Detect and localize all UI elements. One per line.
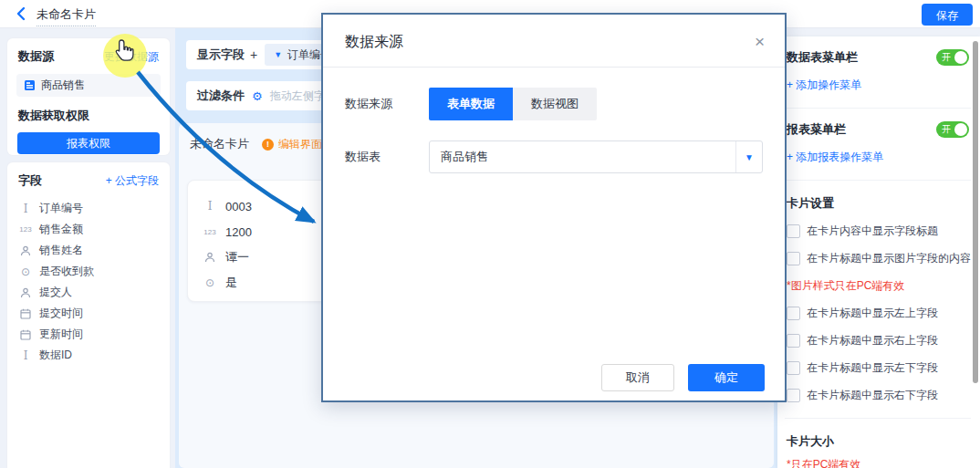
person-icon <box>203 252 217 263</box>
field-row[interactable]: ⊙ 是否收到款 <box>18 261 159 282</box>
toggle-knob <box>954 51 967 64</box>
card-size-title: 卡片大小 <box>787 433 969 450</box>
field-row[interactable]: 提交人 <box>18 282 159 303</box>
checkbox-row[interactable]: 在卡片内容中显示字段标题 <box>787 224 969 239</box>
cancel-button[interactable]: 取消 <box>601 364 674 391</box>
add-report-action-link[interactable]: + 添加报表操作菜单 <box>787 150 969 165</box>
card-size-note: *只在PC端有效 <box>787 457 969 468</box>
radio-icon: ⊙ <box>18 265 33 278</box>
number-icon: 123 <box>203 228 217 236</box>
divider <box>323 67 785 68</box>
table-menu-toggle[interactable]: 开 <box>936 49 969 66</box>
source-tabs: 表单数据 数据视图 <box>429 88 597 120</box>
form-icon <box>24 79 36 91</box>
checkbox-icon <box>787 334 800 348</box>
add-action-menu-link[interactable]: + 添加操作菜单 <box>787 78 969 93</box>
field-row[interactable]: 提交时间 <box>18 303 159 324</box>
checkbox-icon <box>787 224 800 238</box>
field-row[interactable]: 更新时间 <box>18 324 159 345</box>
checkbox-icon <box>787 389 800 402</box>
caret-down-icon: ▼ <box>274 50 282 59</box>
field-list: I 订单编号 123 销售金额 销售姓名 ⊙ 是否收到款 提交人 提交时间 <box>7 194 170 369</box>
scrollbar-thumb[interactable] <box>973 41 978 383</box>
card-canvas-title: 未命名卡片 <box>190 136 249 152</box>
report-menu-title: 报表菜单栏 <box>787 121 846 138</box>
person-icon <box>18 245 33 256</box>
confirm-button[interactable]: 确定 <box>688 364 765 391</box>
app-window: 未命名卡片 保存 数据源 更换数据源 商品销售 数据获取权限 报表权限 字段 +… <box>0 0 980 468</box>
modal-title: 数据来源 <box>323 15 785 52</box>
radio-icon: ⊙ <box>203 276 217 289</box>
gear-icon[interactable]: ⚙ <box>252 89 263 103</box>
chevron-left-icon <box>15 6 27 21</box>
tab-form-data[interactable]: 表单数据 <box>429 88 513 120</box>
datasource-modal: 数据来源 × 数据来源 表单数据 数据视图 数据表 商品销售 ▼ 取消 确定 <box>321 13 787 402</box>
report-permission-button[interactable]: 报表权限 <box>17 132 160 154</box>
field-row[interactable]: I 订单编号 <box>18 198 159 219</box>
field-row[interactable]: I 数据ID <box>18 345 159 366</box>
divider <box>785 108 971 109</box>
checkbox-row[interactable]: 在卡片标题中显示右下字段 <box>787 388 969 403</box>
number-icon: 123 <box>18 225 33 234</box>
datasource-item-label: 商品销售 <box>41 78 85 93</box>
person-icon <box>18 287 33 298</box>
table-select[interactable]: 商品销售 ▼ <box>429 140 763 173</box>
datasource-panel: 数据源 更换数据源 商品销售 数据获取权限 报表权限 <box>7 38 170 155</box>
tab-data-view[interactable]: 数据视图 <box>513 88 597 120</box>
checkbox-icon <box>787 361 800 375</box>
change-datasource-link[interactable]: 更换数据源 <box>104 49 159 65</box>
save-button[interactable]: 保存 <box>922 4 973 26</box>
divider <box>785 180 971 181</box>
toggle-knob <box>954 123 967 136</box>
page-title[interactable]: 未命名卡片 <box>36 6 96 26</box>
source-label: 数据来源 <box>345 96 429 112</box>
field-row[interactable]: 123 销售金额 <box>18 219 159 240</box>
warning-icon: ! <box>262 139 274 151</box>
checkbox-row[interactable]: 在卡片标题中显示右上字段 <box>787 333 969 348</box>
calendar-icon <box>18 308 33 319</box>
display-fields-label: 显示字段 <box>197 47 245 63</box>
datasource-title: 数据源 <box>18 48 54 65</box>
checkbox-row[interactable]: 在卡片标题中显示左下字段 <box>787 360 969 376</box>
permission-title: 数据获取权限 <box>7 97 170 124</box>
back-button[interactable] <box>15 6 27 21</box>
calendar-icon <box>18 329 33 340</box>
formula-field-link[interactable]: + 公式字段 <box>106 173 159 189</box>
report-menu-toggle[interactable]: 开 <box>936 121 969 138</box>
add-field-button[interactable]: + <box>250 47 257 62</box>
image-style-note: *图片样式只在PC端有效 <box>787 278 969 294</box>
table-menu-title: 数据表菜单栏 <box>787 49 858 66</box>
filter-label: 过滤条件 <box>197 88 245 104</box>
settings-panel: 数据表菜单栏 开 + 添加操作菜单 报表菜单栏 开 + 添加报表操作菜单 卡片设… <box>777 36 980 468</box>
checkbox-icon <box>787 307 800 320</box>
checkbox-row[interactable]: 在卡片标题中显示图片字段的内容 <box>787 251 969 266</box>
close-icon[interactable]: × <box>755 33 765 50</box>
card-settings-title: 卡片设置 <box>787 195 969 212</box>
fields-title: 字段 <box>18 172 42 189</box>
checkbox-icon <box>787 252 800 265</box>
checkbox-row[interactable]: 在卡片标题中显示左上字段 <box>787 306 969 321</box>
text-icon: I <box>18 349 33 362</box>
text-icon: I <box>18 203 33 215</box>
datasource-item[interactable]: 商品销售 <box>16 74 161 97</box>
fields-panel: 字段 + 公式字段 I 订单编号 123 销售金额 销售姓名 ⊙ 是否收到款 <box>7 162 170 468</box>
caret-down-icon: ▼ <box>735 141 762 172</box>
table-label: 数据表 <box>345 149 429 165</box>
divider <box>785 418 971 419</box>
field-row[interactable]: 销售姓名 <box>18 240 159 261</box>
table-select-value: 商品销售 <box>430 149 735 165</box>
text-icon: I <box>203 200 217 213</box>
